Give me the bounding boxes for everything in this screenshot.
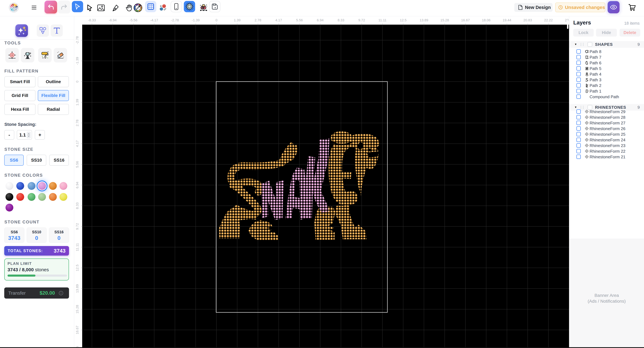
svg-text:2.78: 2.78	[254, 18, 261, 22]
svg-text:-1.39: -1.39	[75, 57, 79, 65]
svg-text:12.5: 12.5	[400, 18, 406, 22]
svg-text:16.67: 16.67	[461, 18, 470, 22]
svg-text:-1.39: -1.39	[192, 18, 200, 22]
svg-text:5.56: 5.56	[75, 161, 79, 168]
svg-text:0: 0	[75, 81, 79, 82]
svg-text:9.72: 9.72	[75, 223, 79, 230]
svg-text:6.94: 6.94	[317, 18, 324, 22]
svg-text:13.89: 13.89	[75, 284, 79, 293]
svg-text:5.56: 5.56	[296, 18, 303, 22]
svg-text:19.44: 19.44	[503, 18, 511, 22]
svg-text:12.5: 12.5	[75, 264, 79, 271]
svg-text:11.11: 11.11	[378, 18, 386, 22]
svg-text:13.89: 13.89	[420, 18, 428, 22]
svg-text:11.11: 11.11	[75, 243, 79, 251]
svg-text:-5.56: -5.56	[130, 18, 138, 22]
svg-text:9.72: 9.72	[358, 18, 365, 22]
svg-text:4.17: 4.17	[75, 140, 79, 147]
svg-text:-2.78: -2.78	[75, 36, 79, 44]
svg-text:1.39: 1.39	[75, 99, 79, 106]
svg-text:8.33: 8.33	[338, 18, 344, 22]
svg-text:2.78: 2.78	[75, 120, 79, 126]
svg-text:0: 0	[216, 18, 218, 22]
svg-text:20.83: 20.83	[524, 18, 532, 22]
svg-text:1.39: 1.39	[234, 18, 240, 22]
svg-text:16.67: 16.67	[75, 326, 79, 334]
svg-text:15.28: 15.28	[75, 305, 79, 314]
svg-text:-6.94: -6.94	[109, 18, 116, 22]
svg-text:6.94: 6.94	[75, 182, 79, 188]
svg-text:8.33: 8.33	[75, 202, 79, 209]
svg-text:-4.17: -4.17	[150, 18, 158, 22]
svg-text:22.22: 22.22	[544, 18, 553, 22]
svg-text:-2.78: -2.78	[171, 18, 179, 22]
svg-text:-8.33: -8.33	[88, 18, 96, 22]
svg-text:4.17: 4.17	[275, 18, 282, 22]
svg-text:15.28: 15.28	[440, 18, 449, 22]
svg-text:18.06: 18.06	[482, 18, 490, 22]
